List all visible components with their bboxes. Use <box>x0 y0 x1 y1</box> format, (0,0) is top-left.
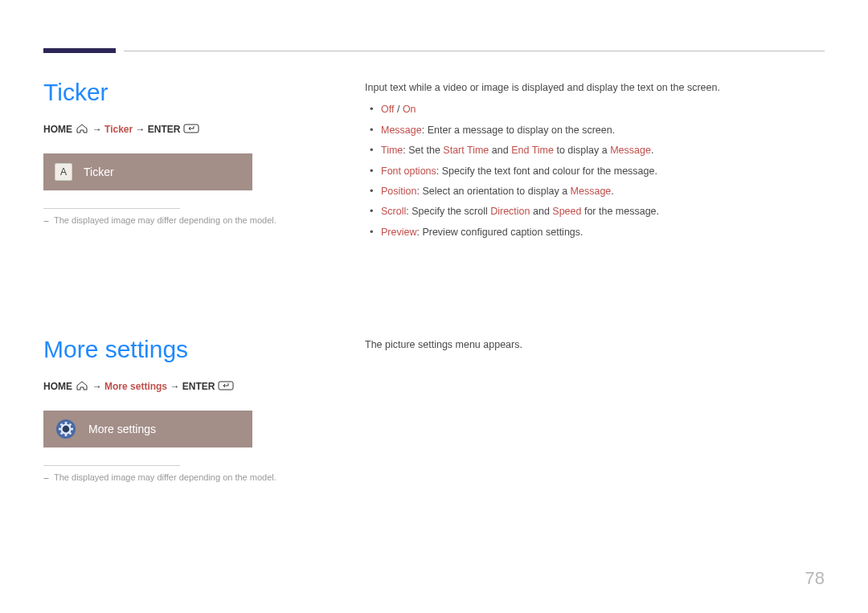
arrow-icon: → <box>92 381 102 392</box>
section-title-ticker: Ticker <box>43 79 325 106</box>
breadcrumb-item: Ticker <box>104 124 133 135</box>
list-item: Preview: Preview configured caption sett… <box>365 225 825 240</box>
card-label: More settings <box>88 423 156 435</box>
svg-point-13 <box>64 427 68 431</box>
breadcrumb-item: More settings <box>104 381 167 392</box>
key: Preview <box>381 227 416 238</box>
gear-icon <box>55 418 77 440</box>
key: Message <box>381 125 422 136</box>
list-item: Font options: Specify the text font and … <box>365 164 825 179</box>
breadcrumb-enter: ENTER <box>182 381 215 392</box>
ui-card-more-settings: More settings <box>43 411 252 447</box>
t: for the message. <box>581 206 659 217</box>
footnote-ticker: ‒The displayed image may differ dependin… <box>43 215 325 226</box>
message: Message <box>610 145 651 156</box>
t: . <box>611 186 613 197</box>
key: Scroll <box>381 206 406 217</box>
key: Position <box>381 186 416 197</box>
enter-icon <box>183 124 199 136</box>
section-title-more-settings: More settings <box>43 336 325 363</box>
breadcrumb-more-settings: HOME → More settings → ENTER <box>43 381 325 393</box>
arrow-icon: → <box>92 124 102 135</box>
t: to display a <box>554 145 610 156</box>
footnote-text: The displayed image may differ depending… <box>54 472 276 482</box>
message: Message <box>571 186 612 197</box>
sep: / <box>394 104 402 115</box>
key: Font options <box>381 166 436 177</box>
footnote-dash: ‒ <box>43 215 49 225</box>
accent-bar <box>43 48 116 53</box>
footnote-dash: ‒ <box>43 472 49 482</box>
t: : Specify the scroll <box>406 206 490 217</box>
footnote-more-settings: ‒The displayed image may differ dependin… <box>43 472 325 483</box>
intro-text: Input text while a video or image is dis… <box>365 80 825 96</box>
list-item: Time: Set the Start Time and End Time to… <box>365 143 825 158</box>
rest: : Enter a message to display on the scre… <box>422 125 615 136</box>
list-item: Position: Select an orientation to displ… <box>365 184 825 199</box>
breadcrumb-enter: ENTER <box>148 124 181 135</box>
key: Time <box>381 145 403 156</box>
home-icon <box>75 124 89 136</box>
breadcrumb-home: HOME <box>43 381 72 392</box>
speed: Speed <box>552 206 581 217</box>
badge-a: A <box>55 163 72 181</box>
direction: Direction <box>490 206 530 217</box>
arrow-icon: → <box>170 381 179 392</box>
ui-card-ticker: A Ticker <box>43 153 252 190</box>
start-time: Start Time <box>443 145 489 156</box>
rest: : Specify the text font and colour for t… <box>436 166 657 177</box>
bullet-list: Off / On Message: Enter a message to dis… <box>365 102 825 240</box>
intro-text: The picture settings menu appears. <box>365 337 825 353</box>
home-icon <box>75 381 89 393</box>
end-time: End Time <box>511 145 554 156</box>
t: and <box>530 206 553 217</box>
card-label: Ticker <box>84 166 114 178</box>
arrow-icon: → <box>136 124 145 135</box>
t: : Set the <box>403 145 443 156</box>
list-item: Scroll: Specify the scroll Direction and… <box>365 204 825 219</box>
footnote-divider <box>43 208 180 209</box>
opt-on: On <box>403 104 416 115</box>
t: : Select an orientation to display a <box>416 186 570 197</box>
rest: : Preview configured caption settings. <box>416 227 583 238</box>
breadcrumb-home: HOME <box>43 124 72 135</box>
list-item: Message: Enter a message to display on t… <box>365 123 825 138</box>
page-number: 78 <box>805 568 825 589</box>
breadcrumb-ticker: HOME → Ticker → ENTER <box>43 124 325 136</box>
opt-off: Off <box>381 104 394 115</box>
top-divider <box>124 51 825 51</box>
t: and <box>489 145 511 156</box>
footnote-divider <box>43 465 180 466</box>
list-item: Off / On <box>365 102 825 117</box>
footnote-text: The displayed image may differ depending… <box>54 215 276 225</box>
t: . <box>651 145 653 156</box>
enter-icon <box>218 381 234 393</box>
